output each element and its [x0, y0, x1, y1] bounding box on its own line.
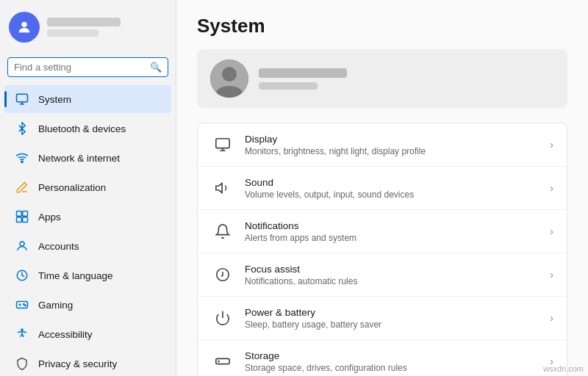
- svg-rect-6: [23, 217, 28, 223]
- gaming-icon: [15, 297, 29, 312]
- sidebar-item-system[interactable]: System: [4, 85, 171, 113]
- svg-point-2: [21, 161, 23, 162]
- page-title: System: [197, 15, 567, 37]
- sidebar-item-time[interactable]: Time & language: [4, 261, 171, 289]
- sidebar-item-accounts[interactable]: Accounts: [4, 232, 171, 260]
- sidebar-item-bluetooth[interactable]: Bluetooth & devices: [4, 115, 171, 142]
- storage-icon: [211, 350, 234, 373]
- power-title: Power & battery: [245, 307, 539, 318]
- user-avatar: [210, 59, 248, 98]
- setting-item-notifications[interactable]: Notifications Alerts from apps and syste…: [198, 210, 567, 253]
- svg-rect-3: [17, 212, 22, 217]
- profile-email: [47, 29, 98, 37]
- sound-chevron: ›: [550, 182, 553, 194]
- display-chevron: ›: [550, 139, 553, 151]
- user-name-blur: [259, 68, 347, 78]
- power-chevron: ›: [550, 312, 553, 324]
- svg-point-12: [21, 329, 23, 330]
- svg-rect-4: [23, 212, 28, 217]
- app-container: 🔍 System Bluetooth & devices Network & i…: [0, 0, 588, 376]
- user-info: [259, 68, 347, 90]
- svg-point-14: [222, 67, 237, 82]
- sidebar-item-privacy[interactable]: Privacy & security: [4, 350, 171, 376]
- accounts-icon: [15, 239, 29, 253]
- svg-rect-1: [17, 94, 28, 102]
- privacy-icon: [15, 356, 29, 371]
- setting-item-power[interactable]: Power & battery Sleep, battery usage, ba…: [198, 297, 567, 340]
- accessibility-icon: [15, 327, 29, 341]
- svg-marker-17: [216, 184, 222, 193]
- sidebar-item-network[interactable]: Network & internet: [4, 144, 171, 172]
- focus-title: Focus assist: [245, 264, 539, 275]
- sound-text: Sound Volume levels, output, input, soun…: [245, 177, 539, 200]
- svg-rect-16: [216, 139, 229, 148]
- svg-point-0: [21, 22, 26, 27]
- search-input[interactable]: [14, 62, 146, 73]
- sidebar-item-gaming-label: Gaming: [38, 300, 73, 311]
- sidebar-item-privacy-label: Privacy & security: [38, 358, 117, 369]
- sidebar-item-personalization-label: Personalization: [38, 182, 106, 193]
- sidebar-item-accounts-label: Accounts: [38, 241, 79, 252]
- sidebar: 🔍 System Bluetooth & devices Network & i…: [0, 0, 176, 376]
- svg-rect-5: [17, 217, 22, 223]
- display-title: Display: [245, 134, 539, 145]
- svg-point-11: [25, 305, 26, 306]
- storage-text: Storage Storage space, drives, configura…: [245, 350, 539, 373]
- user-email-blur: [259, 82, 318, 90]
- profile-name: [47, 18, 121, 26]
- apps-icon: [15, 209, 29, 224]
- sidebar-item-network-label: Network & internet: [38, 153, 120, 164]
- search-wrap: 🔍: [0, 54, 176, 84]
- focus-chevron: ›: [550, 269, 553, 281]
- notifications-text: Notifications Alerts from apps and syste…: [245, 220, 539, 243]
- profile-info: [47, 18, 121, 37]
- time-icon: [15, 268, 29, 283]
- sidebar-profile[interactable]: [0, 0, 176, 54]
- sidebar-item-bluetooth-label: Bluetooth & devices: [38, 123, 126, 134]
- notifications-title: Notifications: [245, 220, 539, 231]
- power-icon: [211, 306, 234, 330]
- search-icon: 🔍: [150, 62, 162, 73]
- sidebar-item-accessibility[interactable]: Accessibility: [4, 320, 171, 348]
- notifications-chevron: ›: [550, 225, 553, 237]
- network-icon: [15, 151, 29, 165]
- sound-title: Sound: [245, 177, 539, 188]
- setting-item-focus[interactable]: Focus assist Notifications, automatic ru…: [198, 253, 567, 297]
- svg-point-7: [20, 242, 24, 246]
- setting-item-sound[interactable]: Sound Volume levels, output, input, soun…: [198, 167, 567, 210]
- main-content: System Display Monitors, brightness, nig…: [176, 0, 588, 376]
- notifications-desc: Alerts from apps and system: [245, 233, 539, 243]
- notifications-icon: [211, 220, 234, 243]
- focus-text: Focus assist Notifications, automatic ru…: [245, 264, 539, 286]
- bluetooth-icon: [15, 121, 29, 136]
- sidebar-item-personalization[interactable]: Personalization: [4, 173, 171, 201]
- focus-desc: Notifications, automatic rules: [245, 276, 539, 286]
- search-box[interactable]: 🔍: [7, 57, 168, 77]
- svg-point-10: [24, 304, 25, 306]
- display-icon: [211, 133, 234, 156]
- display-desc: Monitors, brightness, night light, displ…: [245, 146, 539, 156]
- system-icon: [15, 92, 29, 106]
- personalization-icon: [15, 180, 29, 195]
- display-text: Display Monitors, brightness, night ligh…: [245, 134, 539, 156]
- storage-desc: Storage space, drives, configuration rul…: [245, 363, 539, 373]
- sidebar-item-time-label: Time & language: [38, 270, 113, 281]
- sound-icon: [211, 176, 234, 200]
- sidebar-item-apps[interactable]: Apps: [4, 203, 171, 231]
- sidebar-item-accessibility-label: Accessibility: [38, 329, 93, 340]
- sidebar-item-system-label: System: [38, 94, 71, 105]
- setting-item-display[interactable]: Display Monitors, brightness, night ligh…: [198, 123, 567, 167]
- sidebar-item-gaming[interactable]: Gaming: [4, 291, 171, 319]
- avatar: [9, 12, 40, 43]
- settings-list: Display Monitors, brightness, night ligh…: [197, 123, 567, 376]
- sidebar-item-apps-label: Apps: [38, 212, 61, 223]
- power-text: Power & battery Sleep, battery usage, ba…: [245, 307, 539, 330]
- user-card[interactable]: [197, 49, 567, 108]
- focus-icon: [211, 263, 234, 286]
- watermark: wsxdn.com: [543, 364, 584, 373]
- power-desc: Sleep, battery usage, battery saver: [245, 319, 539, 330]
- sound-desc: Volume levels, output, input, sound devi…: [245, 189, 539, 200]
- storage-title: Storage: [245, 350, 539, 361]
- setting-item-storage[interactable]: Storage Storage space, drives, configura…: [198, 340, 567, 376]
